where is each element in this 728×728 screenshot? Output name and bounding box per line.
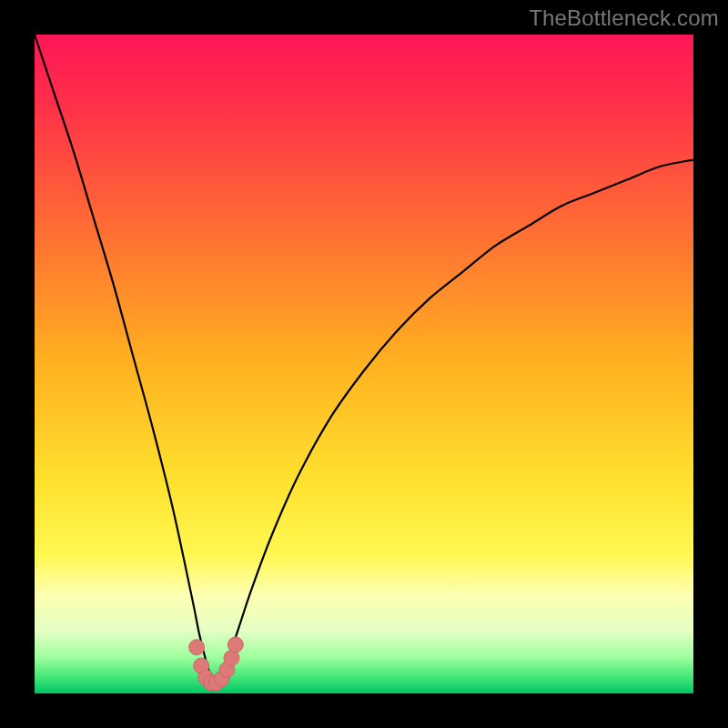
plot-area <box>35 35 693 693</box>
bottleneck-curve <box>35 35 693 682</box>
min-marker <box>189 640 205 655</box>
curve-layer <box>35 35 693 693</box>
min-marker <box>228 637 243 652</box>
min-region-markers <box>189 637 244 691</box>
watermark-label: TheBottleneck.com <box>529 5 719 31</box>
chart-frame: TheBottleneck.com <box>0 0 728 728</box>
